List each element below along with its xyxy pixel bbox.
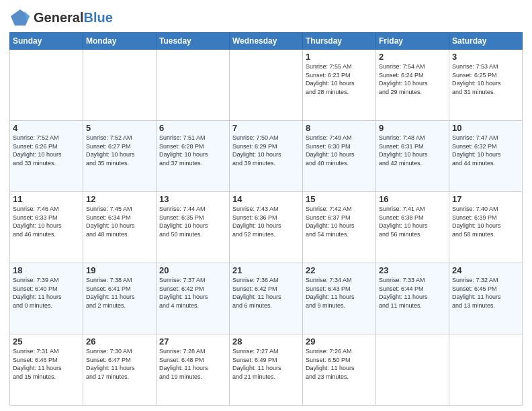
day-info: Sunrise: 7:30 AM Sunset: 6:47 PM Dayligh… (86, 347, 153, 381)
day-info: Sunrise: 7:27 AM Sunset: 6:49 PM Dayligh… (232, 347, 300, 381)
day-number: 5 (86, 123, 153, 133)
day-number: 1 (306, 52, 373, 62)
calendar-cell (83, 50, 157, 121)
calendar-cell: 2Sunrise: 7:54 AM Sunset: 6:24 PM Daylig… (376, 50, 449, 121)
calendar-cell: 5Sunrise: 7:52 AM Sunset: 6:27 PM Daylig… (83, 121, 157, 192)
day-header: Tuesday (157, 33, 230, 50)
calendar-cell: 26Sunrise: 7:30 AM Sunset: 6:47 PM Dayli… (83, 334, 157, 406)
day-info: Sunrise: 7:38 AM Sunset: 6:41 PM Dayligh… (86, 276, 153, 310)
day-number: 3 (452, 52, 519, 62)
day-number: 19 (86, 265, 153, 275)
day-number: 15 (306, 194, 373, 204)
calendar-cell: 19Sunrise: 7:38 AM Sunset: 6:41 PM Dayli… (83, 263, 157, 334)
day-number: 27 (159, 336, 226, 347)
day-number: 22 (306, 265, 373, 275)
calendar-cell: 14Sunrise: 7:43 AM Sunset: 6:36 PM Dayli… (230, 192, 303, 263)
calendar-cell: 24Sunrise: 7:32 AM Sunset: 6:45 PM Dayli… (449, 263, 523, 334)
day-info: Sunrise: 7:52 AM Sunset: 6:27 PM Dayligh… (86, 134, 153, 167)
logo-blue: Blue (83, 10, 112, 25)
day-number: 20 (159, 265, 226, 275)
day-header: Friday (376, 33, 449, 50)
day-info: Sunrise: 7:53 AM Sunset: 6:25 PM Dayligh… (452, 62, 519, 96)
day-header: Wednesday (230, 33, 303, 50)
day-info: Sunrise: 7:54 AM Sunset: 6:24 PM Dayligh… (379, 62, 446, 96)
calendar-cell (157, 50, 230, 121)
calendar-cell: 3Sunrise: 7:53 AM Sunset: 6:25 PM Daylig… (449, 50, 523, 121)
calendar: SundayMondayTuesdayWednesdayThursdayFrid… (9, 32, 523, 406)
day-number: 16 (379, 194, 446, 204)
logo-general: General (34, 10, 83, 25)
calendar-cell: 12Sunrise: 7:45 AM Sunset: 6:34 PM Dayli… (83, 192, 157, 263)
day-number: 13 (159, 194, 226, 204)
calendar-cell: 27Sunrise: 7:28 AM Sunset: 6:48 PM Dayli… (157, 334, 230, 406)
header: GeneralBlue (9, 7, 523, 28)
calendar-cell: 18Sunrise: 7:39 AM Sunset: 6:40 PM Dayli… (10, 263, 83, 334)
day-info: Sunrise: 7:28 AM Sunset: 6:48 PM Dayligh… (159, 347, 226, 381)
calendar-cell: 4Sunrise: 7:52 AM Sunset: 6:26 PM Daylig… (10, 121, 83, 192)
calendar-cell: 22Sunrise: 7:34 AM Sunset: 6:43 PM Dayli… (303, 263, 376, 334)
day-number: 8 (306, 123, 373, 133)
day-number: 10 (452, 123, 519, 133)
calendar-cell (10, 50, 83, 121)
day-number: 26 (86, 336, 153, 347)
day-number: 25 (13, 336, 80, 347)
day-info: Sunrise: 7:51 AM Sunset: 6:28 PM Dayligh… (159, 134, 226, 167)
day-info: Sunrise: 7:45 AM Sunset: 6:34 PM Dayligh… (86, 205, 153, 238)
calendar-cell: 21Sunrise: 7:36 AM Sunset: 6:42 PM Dayli… (230, 263, 303, 334)
day-info: Sunrise: 7:39 AM Sunset: 6:40 PM Dayligh… (13, 276, 80, 310)
calendar-cell: 28Sunrise: 7:27 AM Sunset: 6:49 PM Dayli… (230, 334, 303, 406)
calendar-cell: 9Sunrise: 7:48 AM Sunset: 6:31 PM Daylig… (376, 121, 449, 192)
day-info: Sunrise: 7:55 AM Sunset: 6:23 PM Dayligh… (306, 62, 373, 96)
day-number: 23 (379, 265, 446, 275)
day-number: 28 (232, 336, 300, 347)
calendar-cell: 25Sunrise: 7:31 AM Sunset: 6:46 PM Dayli… (10, 334, 83, 406)
day-number: 7 (232, 123, 300, 133)
day-info: Sunrise: 7:42 AM Sunset: 6:37 PM Dayligh… (306, 205, 373, 238)
day-info: Sunrise: 7:40 AM Sunset: 6:39 PM Dayligh… (452, 205, 519, 238)
calendar-cell: 29Sunrise: 7:26 AM Sunset: 6:50 PM Dayli… (303, 334, 376, 406)
calendar-cell: 7Sunrise: 7:50 AM Sunset: 6:29 PM Daylig… (230, 121, 303, 192)
calendar-cell: 1Sunrise: 7:55 AM Sunset: 6:23 PM Daylig… (303, 50, 376, 121)
day-info: Sunrise: 7:46 AM Sunset: 6:33 PM Dayligh… (13, 205, 80, 238)
day-number: 4 (13, 123, 80, 133)
calendar-cell: 13Sunrise: 7:44 AM Sunset: 6:35 PM Dayli… (157, 192, 230, 263)
day-info: Sunrise: 7:26 AM Sunset: 6:50 PM Dayligh… (306, 347, 373, 381)
day-number: 11 (13, 194, 80, 204)
day-header: Sunday (10, 33, 83, 50)
logo-icon (9, 7, 31, 28)
day-number: 14 (232, 194, 300, 204)
day-info: Sunrise: 7:41 AM Sunset: 6:38 PM Dayligh… (379, 205, 446, 238)
day-number: 21 (232, 265, 300, 275)
day-number: 17 (452, 194, 519, 204)
day-header: Monday (83, 33, 157, 50)
day-header: Saturday (449, 33, 523, 50)
calendar-cell: 15Sunrise: 7:42 AM Sunset: 6:37 PM Dayli… (303, 192, 376, 263)
day-info: Sunrise: 7:36 AM Sunset: 6:42 PM Dayligh… (232, 276, 300, 310)
calendar-cell: 6Sunrise: 7:51 AM Sunset: 6:28 PM Daylig… (157, 121, 230, 192)
calendar-cell (376, 334, 449, 406)
calendar-cell: 8Sunrise: 7:49 AM Sunset: 6:30 PM Daylig… (303, 121, 376, 192)
calendar-cell: 23Sunrise: 7:33 AM Sunset: 6:44 PM Dayli… (376, 263, 449, 334)
day-info: Sunrise: 7:44 AM Sunset: 6:35 PM Dayligh… (159, 205, 226, 238)
day-info: Sunrise: 7:43 AM Sunset: 6:36 PM Dayligh… (232, 205, 300, 238)
day-info: Sunrise: 7:31 AM Sunset: 6:46 PM Dayligh… (13, 347, 80, 381)
logo: GeneralBlue (9, 7, 113, 28)
calendar-cell: 11Sunrise: 7:46 AM Sunset: 6:33 PM Dayli… (10, 192, 83, 263)
calendar-cell (449, 334, 523, 406)
day-number: 9 (379, 123, 446, 133)
day-info: Sunrise: 7:47 AM Sunset: 6:32 PM Dayligh… (452, 134, 519, 167)
day-info: Sunrise: 7:32 AM Sunset: 6:45 PM Dayligh… (452, 276, 519, 310)
day-number: 18 (13, 265, 80, 275)
day-number: 12 (86, 194, 153, 204)
day-number: 2 (379, 52, 446, 62)
calendar-cell: 16Sunrise: 7:41 AM Sunset: 6:38 PM Dayli… (376, 192, 449, 263)
day-info: Sunrise: 7:50 AM Sunset: 6:29 PM Dayligh… (232, 134, 300, 167)
day-info: Sunrise: 7:34 AM Sunset: 6:43 PM Dayligh… (306, 276, 373, 310)
calendar-cell: 17Sunrise: 7:40 AM Sunset: 6:39 PM Dayli… (449, 192, 523, 263)
day-info: Sunrise: 7:48 AM Sunset: 6:31 PM Dayligh… (379, 134, 446, 167)
day-info: Sunrise: 7:52 AM Sunset: 6:26 PM Dayligh… (13, 134, 80, 167)
calendar-cell: 20Sunrise: 7:37 AM Sunset: 6:42 PM Dayli… (157, 263, 230, 334)
day-info: Sunrise: 7:49 AM Sunset: 6:30 PM Dayligh… (306, 134, 373, 167)
calendar-cell (230, 50, 303, 121)
day-info: Sunrise: 7:37 AM Sunset: 6:42 PM Dayligh… (159, 276, 226, 310)
